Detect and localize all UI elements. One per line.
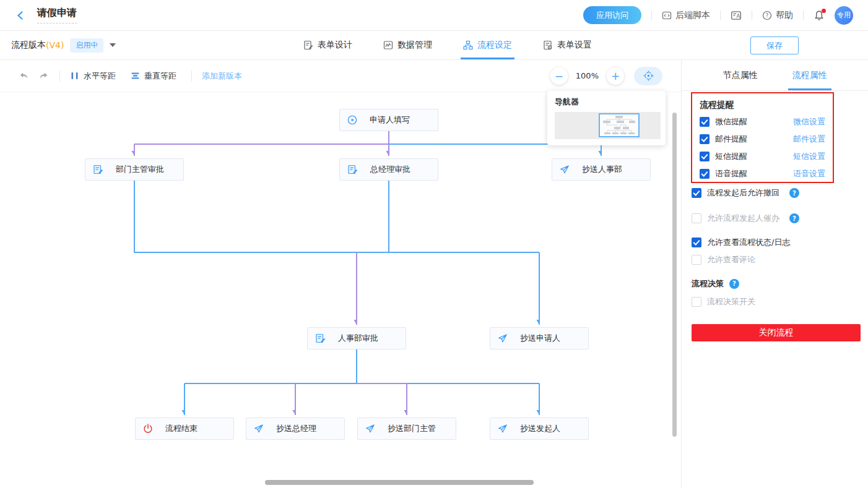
navigator-toggle-button[interactable] xyxy=(634,67,662,85)
flow-icon xyxy=(463,40,473,50)
navigator-minimap[interactable] xyxy=(555,112,661,139)
help-icon[interactable]: ? xyxy=(789,213,799,223)
zoom-out-button[interactable]: − xyxy=(550,67,568,85)
save-button[interactable]: 保存 xyxy=(750,36,799,54)
view-status-log-checkbox[interactable] xyxy=(692,238,701,247)
checkbox-label: 允许查看评论 xyxy=(707,254,755,265)
tab-node-properties[interactable]: 节点属性 xyxy=(723,60,758,90)
header-actions: 应用访问 后端脚本 帮助 专用 xyxy=(583,6,853,25)
flow-node-hr-approve[interactable]: 人事部审批 xyxy=(307,327,406,349)
tab-label: 表单设计 xyxy=(318,40,352,51)
app-access-button[interactable]: 应用访问 xyxy=(583,6,641,24)
document-a-button[interactable] xyxy=(731,10,742,21)
tab-flow-properties[interactable]: 流程属性 xyxy=(792,60,827,90)
node-label: 抄送总经理 xyxy=(276,423,316,434)
power-icon xyxy=(143,424,153,434)
reminder-row-sms: 短信提醒 短信设置 xyxy=(700,150,825,163)
help-label: 帮助 xyxy=(776,10,793,21)
main-area: 水平等距 垂直等距 添加新版本 − 100% + xyxy=(0,60,868,488)
option-view-status-log: 允许查看流程状态/日志 xyxy=(692,236,790,249)
back-button[interactable] xyxy=(14,9,27,22)
voice-settings-link[interactable]: 语音设置 xyxy=(793,168,825,179)
zoom-level: 100% xyxy=(576,71,599,80)
view-comments-checkbox[interactable] xyxy=(692,255,701,265)
navigator-title: 导航器 xyxy=(555,96,661,108)
help-button[interactable]: 帮助 xyxy=(762,10,793,21)
decision-title: 流程决策 xyxy=(692,278,724,290)
checkbox-label: 短信提醒 xyxy=(715,151,747,162)
horizontal-spacing-button[interactable]: 水平等距 xyxy=(70,71,116,82)
tab-flow-setting[interactable]: 流程设定 xyxy=(461,31,514,59)
version-label: 流程版本 xyxy=(11,40,46,51)
canvas-toolbar: 水平等距 垂直等距 添加新版本 − 100% + xyxy=(0,60,681,92)
zoom-in-button[interactable]: + xyxy=(607,67,624,85)
flow-node-cc-hr-dept[interactable]: 抄送人事部 xyxy=(552,158,651,181)
panel-tab-label: 节点属性 xyxy=(723,70,758,81)
undo-button[interactable] xyxy=(17,70,30,82)
paper-plane-icon xyxy=(560,165,570,174)
divider xyxy=(191,71,192,82)
tab-form-settings[interactable]: 表单设置 xyxy=(540,31,594,59)
notification-dot xyxy=(822,9,826,13)
checkbox-label: 微信提醒 xyxy=(715,116,747,127)
flow-node-applicant-fill[interactable]: 申请人填写 xyxy=(339,109,438,131)
help-icon[interactable]: ? xyxy=(729,279,739,289)
horizontal-scrollbar[interactable] xyxy=(265,480,534,485)
flow-decision-section-title: 流程决策 ? xyxy=(692,278,739,290)
reminder-row-wechat: 微信提醒 微信设置 xyxy=(700,115,825,128)
horizontal-spacing-icon xyxy=(70,71,79,80)
flow-node-gm-approve[interactable]: 总经理审批 xyxy=(339,158,438,181)
back-chevron-icon xyxy=(16,11,25,20)
flow-node-end[interactable]: 流程结束 xyxy=(135,417,234,440)
vertical-scrollbar[interactable] xyxy=(672,113,677,437)
undo-icon xyxy=(19,71,29,81)
form-settings-icon xyxy=(543,40,553,50)
allow-urge-checkbox[interactable] xyxy=(692,213,701,223)
close-flow-button[interactable]: 关闭流程 xyxy=(692,324,861,341)
node-label: 抄送部门主管 xyxy=(388,423,436,434)
avatar[interactable]: 专用 xyxy=(835,6,853,25)
node-label: 抄送申请人 xyxy=(520,333,560,344)
option-view-comments: 允许查看评论 xyxy=(692,254,755,266)
flow-node-cc-dept-manager[interactable]: 抄送部门主管 xyxy=(357,417,456,440)
decision-switch-checkbox[interactable] xyxy=(692,297,701,307)
top-header: 请假申请 应用访问 后端脚本 帮助 专用 xyxy=(0,0,868,31)
option-allow-urge: 允许流程发起人催办 ? xyxy=(692,212,799,225)
app-root: 请假申请 应用访问 后端脚本 帮助 专用 xyxy=(0,0,868,488)
vertical-spacing-button[interactable]: 垂直等距 xyxy=(131,71,176,82)
redo-icon xyxy=(38,71,49,81)
help-icon[interactable]: ? xyxy=(789,188,799,198)
approval-edit-icon xyxy=(93,165,103,174)
flow-node-cc-initiator[interactable]: 抄送发起人 xyxy=(490,417,589,440)
flow-node-cc-gm[interactable]: 抄送总经理 xyxy=(246,417,345,440)
minimap-sketch xyxy=(555,112,661,139)
tab-data-manage[interactable]: 数据管理 xyxy=(381,31,435,59)
sms-reminder-checkbox[interactable] xyxy=(700,152,710,161)
wechat-settings-link[interactable]: 微信设置 xyxy=(793,116,825,127)
node-label: 抄送发起人 xyxy=(520,423,560,434)
backend-script-button[interactable]: 后端脚本 xyxy=(662,10,710,21)
reminder-row-voice: 语音提醒 语音设置 xyxy=(700,167,825,180)
allow-withdraw-checkbox[interactable] xyxy=(692,188,701,198)
node-label: 总经理审批 xyxy=(370,164,410,175)
email-settings-link[interactable]: 邮件设置 xyxy=(793,134,825,145)
email-reminder-checkbox[interactable] xyxy=(700,134,710,144)
checkbox-label: 邮件提醒 xyxy=(715,134,747,145)
flow-node-dept-manager-approve[interactable]: 部门主管审批 xyxy=(85,158,184,181)
sms-settings-link[interactable]: 短信设置 xyxy=(793,151,825,162)
paper-plane-icon xyxy=(254,424,264,434)
redo-button[interactable] xyxy=(37,70,50,82)
module-tabs: 表单设计 数据管理 流程设定 表单设置 xyxy=(301,31,594,59)
add-version-button[interactable]: 添加新版本 xyxy=(202,71,242,82)
option-decision-switch: 流程决策开关 xyxy=(692,296,755,308)
tab-form-design[interactable]: 表单设计 xyxy=(301,31,355,59)
notification-button[interactable] xyxy=(814,10,825,21)
wechat-reminder-checkbox[interactable] xyxy=(700,117,710,127)
version-dropdown-caret[interactable] xyxy=(110,43,116,47)
flow-node-cc-applicant[interactable]: 抄送申请人 xyxy=(490,327,589,349)
page-title: 请假申请 xyxy=(37,7,77,24)
paper-plane-icon xyxy=(498,333,508,343)
voice-reminder-checkbox[interactable] xyxy=(700,169,710,179)
horizontal-spacing-label: 水平等距 xyxy=(84,71,116,82)
tab-label: 表单设置 xyxy=(557,40,592,51)
